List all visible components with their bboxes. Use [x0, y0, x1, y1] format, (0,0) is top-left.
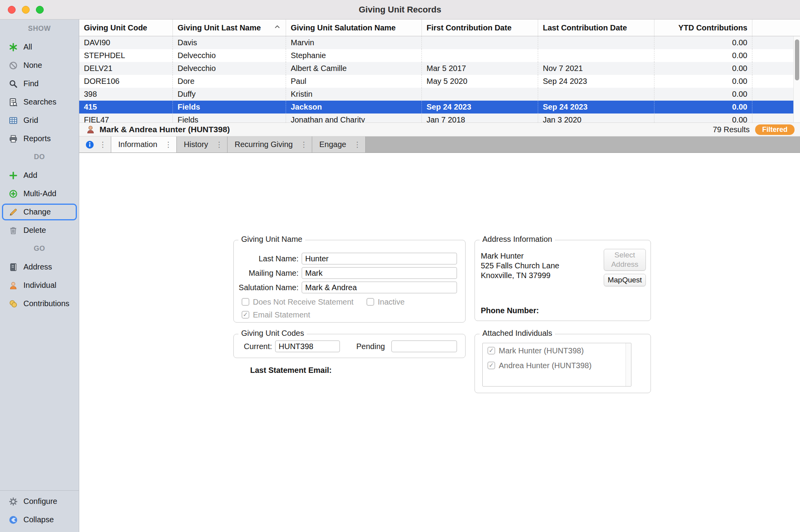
sidebar-item-all[interactable]: All [0, 38, 79, 56]
table-row-selected[interactable]: 415 Fields Jackson Sep 24 2023 Sep 24 20… [79, 101, 800, 113]
sidebar-item-label: Individual [23, 281, 57, 290]
table-row[interactable]: FIEL47 Fields Jonathan and Charity Jan 7… [79, 113, 800, 122]
giving-unit-codes-group: Giving Unit Codes Current: Pending [233, 334, 466, 358]
mailing-name-input[interactable] [302, 267, 457, 279]
tab-recurring-giving[interactable]: Recurring Giving ⋮ [228, 137, 312, 153]
group-legend: Giving Unit Name [238, 235, 305, 244]
sidebar-item-add[interactable]: Add [0, 166, 79, 184]
mapquest-button[interactable]: MapQuest [604, 274, 646, 286]
col-header-giving-unit-last-name[interactable]: Giving Unit Last Name [173, 20, 286, 36]
cell-last-name: Dore [173, 75, 286, 88]
cell-ytd: 0.00 [654, 75, 752, 88]
list-scrollbar[interactable] [626, 343, 631, 386]
cell-salutation: Paul [286, 75, 422, 88]
trash-icon [8, 225, 18, 236]
sidebar-item-label: Reports [23, 134, 51, 143]
sidebar-item-reports[interactable]: Reports [0, 129, 79, 148]
last-name-input[interactable] [302, 253, 457, 264]
tab-engage[interactable]: Engage ⋮ [312, 137, 366, 153]
check-icon: ✓ [489, 348, 494, 354]
checkbox-checked: ✓ [242, 311, 249, 319]
sidebar-section-do: DO [0, 148, 79, 166]
record-title: Mark & Andrea Hunter (HUNT398) [100, 125, 230, 134]
tab-history[interactable]: History ⋮ [177, 137, 228, 153]
tab-information[interactable]: Information ⋮ [111, 137, 177, 153]
group-legend: Giving Unit Codes [238, 329, 307, 338]
checkbox-unchecked [242, 298, 249, 306]
cell-salutation: Kristin [286, 88, 422, 101]
col-header-giving-unit-code[interactable]: Giving Unit Code [79, 20, 173, 36]
drag-handle-icon[interactable]: ⋮ [349, 140, 365, 149]
checkbox-checked: ✓ [487, 347, 495, 355]
sidebar-item-label: Configure [23, 497, 57, 506]
sidebar-item-searches[interactable]: Searches [0, 93, 79, 111]
table-scrollbar-thumb[interactable] [795, 39, 799, 80]
sidebar-item-change[interactable]: Change [0, 203, 79, 221]
traffic-lights [8, 6, 44, 14]
email-statement-checkbox[interactable]: ✓ Email Statement [242, 310, 310, 319]
drag-handle-icon[interactable]: ⋮ [296, 140, 312, 149]
cell-last-name: Delvecchio [173, 62, 286, 75]
table-row[interactable]: STEPHDEL Delvecchio Stephanie 0.00 [79, 49, 800, 62]
cell-salutation: Marvin [286, 36, 422, 49]
tab-label: Recurring Giving [228, 140, 296, 149]
sidebar-item-multi-add[interactable]: Multi-Add [0, 184, 79, 203]
pending-code-input[interactable] [391, 340, 457, 352]
sidebar-item-contributions[interactable]: Contributions [0, 294, 79, 313]
cell-code: FIEL47 [79, 113, 173, 122]
minimize-button[interactable] [22, 6, 30, 14]
cell-last-name: Fields [173, 113, 286, 122]
attached-individual-item[interactable]: ✓ Mark Hunter (HUNT398) [483, 343, 631, 358]
col-header-first-contribution-date[interactable]: First Contribution Date [422, 20, 538, 36]
record-content: Giving Unit Name Last Name: Mailing Name… [79, 153, 800, 532]
group-legend: Address Information [480, 235, 555, 244]
sidebar-item-find[interactable]: Find [0, 74, 79, 93]
filtered-badge[interactable]: Filtered [755, 124, 795, 135]
asterisk-icon [8, 42, 18, 52]
drag-handle-icon[interactable]: ⋮ [211, 140, 227, 149]
sidebar-item-label: Address [23, 262, 52, 271]
address-book-icon [8, 262, 18, 272]
sidebar-item-delete[interactable]: Delete [0, 221, 79, 239]
sidebar-item-address[interactable]: Address [0, 258, 79, 276]
select-address-button[interactable]: Select Address [604, 249, 646, 271]
sidebar-item-label: Searches [23, 98, 57, 106]
col-header-giving-unit-salutation-name[interactable]: Giving Unit Salutation Name [286, 20, 422, 36]
col-header-last-contribution-date[interactable]: Last Contribution Date [538, 20, 654, 36]
window-title: Giving Unit Records [0, 5, 800, 15]
sidebar-item-label: Find [23, 79, 39, 88]
cell-code: DAVI90 [79, 36, 173, 49]
zoom-button[interactable] [36, 6, 44, 14]
close-button[interactable] [8, 6, 16, 14]
table-scrollbar[interactable] [793, 36, 800, 122]
col-header-ytd-contributions[interactable]: YTD Contributions [654, 20, 752, 36]
table-row[interactable]: DELV21 Delvecchio Albert & Camille Mar 5… [79, 62, 800, 75]
attached-individual-item[interactable]: ✓ Andrea Hunter (HUNT398) [483, 358, 631, 373]
table-row[interactable]: DAVI90 Davis Marvin 0.00 [79, 36, 800, 49]
sidebar-item-collapse[interactable]: Collapse [0, 511, 79, 529]
salutation-name-input[interactable] [302, 282, 457, 293]
does-not-receive-statement-checkbox[interactable]: Does Not Receive Statement [242, 297, 354, 307]
table-row[interactable]: DORE106 Dore Paul May 5 2020 Sep 24 2023… [79, 75, 800, 88]
collapse-circle-icon [8, 514, 18, 525]
tab-info-segment[interactable]: ⋮ [79, 137, 111, 153]
cell-first-date [422, 36, 538, 49]
sidebar-item-grid[interactable]: Grid [0, 111, 79, 129]
sidebar-item-label: Add [23, 171, 37, 180]
sidebar-item-none[interactable]: None [0, 56, 79, 74]
tab-label: Information [111, 140, 160, 149]
info-icon [85, 140, 95, 150]
drag-handle-icon[interactable]: ⋮ [95, 140, 111, 149]
sidebar-item-configure[interactable]: Configure [0, 492, 79, 511]
gear-icon [8, 496, 18, 507]
main-area: Giving Unit Code Giving Unit Last Name G… [79, 20, 800, 532]
cell-first-date [422, 88, 538, 101]
drag-handle-icon[interactable]: ⋮ [160, 140, 176, 149]
sidebar-item-individual[interactable]: Individual [0, 276, 79, 294]
cell-ytd: 0.00 [654, 101, 752, 113]
inactive-checkbox[interactable]: Inactive [366, 297, 405, 307]
sidebar-item-label: Change [23, 207, 51, 216]
current-code-input[interactable] [275, 340, 340, 352]
table-row[interactable]: 398 Duffy Kristin 0.00 [79, 88, 800, 101]
mailing-name-label: Mailing Name: [234, 269, 302, 278]
